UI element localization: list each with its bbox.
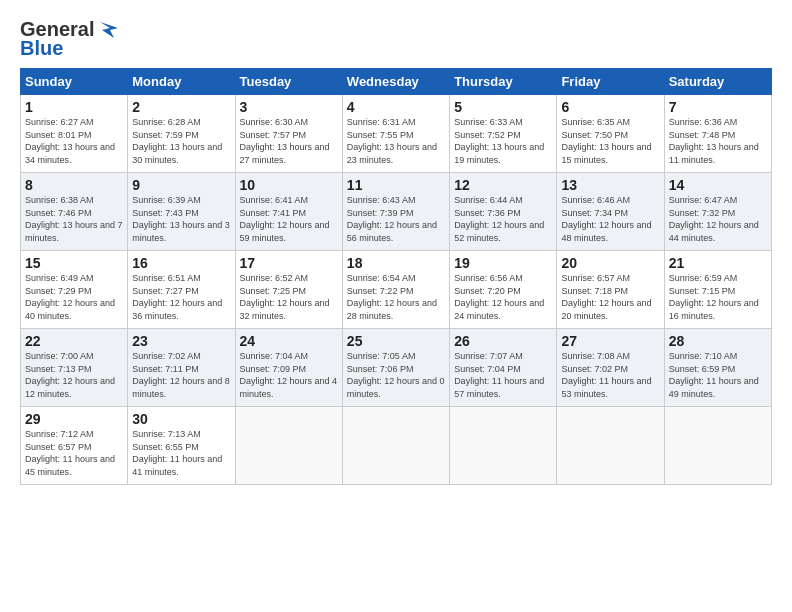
weekday-header-saturday: Saturday bbox=[664, 69, 771, 95]
calendar-cell: 15 Sunrise: 6:49 AMSunset: 7:29 PMDaylig… bbox=[21, 251, 128, 329]
day-number: 29 bbox=[25, 411, 123, 427]
day-info: Sunrise: 6:46 AMSunset: 7:34 PMDaylight:… bbox=[561, 194, 659, 244]
day-info: Sunrise: 6:43 AMSunset: 7:39 PMDaylight:… bbox=[347, 194, 445, 244]
day-info: Sunrise: 6:57 AMSunset: 7:18 PMDaylight:… bbox=[561, 272, 659, 322]
calendar-cell: 28 Sunrise: 7:10 AMSunset: 6:59 PMDaylig… bbox=[664, 329, 771, 407]
day-info: Sunrise: 7:10 AMSunset: 6:59 PMDaylight:… bbox=[669, 350, 767, 400]
calendar-cell bbox=[235, 407, 342, 485]
calendar-cell: 2 Sunrise: 6:28 AMSunset: 7:59 PMDayligh… bbox=[128, 95, 235, 173]
calendar-cell: 20 Sunrise: 6:57 AMSunset: 7:18 PMDaylig… bbox=[557, 251, 664, 329]
day-info: Sunrise: 6:27 AMSunset: 8:01 PMDaylight:… bbox=[25, 116, 123, 166]
day-info: Sunrise: 6:51 AMSunset: 7:27 PMDaylight:… bbox=[132, 272, 230, 322]
day-number: 17 bbox=[240, 255, 338, 271]
day-number: 8 bbox=[25, 177, 123, 193]
day-number: 20 bbox=[561, 255, 659, 271]
calendar-cell: 17 Sunrise: 6:52 AMSunset: 7:25 PMDaylig… bbox=[235, 251, 342, 329]
weekday-header-tuesday: Tuesday bbox=[235, 69, 342, 95]
weekday-header-thursday: Thursday bbox=[450, 69, 557, 95]
day-info: Sunrise: 6:56 AMSunset: 7:20 PMDaylight:… bbox=[454, 272, 552, 322]
day-number: 21 bbox=[669, 255, 767, 271]
day-info: Sunrise: 6:49 AMSunset: 7:29 PMDaylight:… bbox=[25, 272, 123, 322]
calendar-cell: 19 Sunrise: 6:56 AMSunset: 7:20 PMDaylig… bbox=[450, 251, 557, 329]
day-number: 24 bbox=[240, 333, 338, 349]
calendar-cell: 16 Sunrise: 6:51 AMSunset: 7:27 PMDaylig… bbox=[128, 251, 235, 329]
day-info: Sunrise: 7:12 AMSunset: 6:57 PMDaylight:… bbox=[25, 428, 123, 478]
calendar-cell: 29 Sunrise: 7:12 AMSunset: 6:57 PMDaylig… bbox=[21, 407, 128, 485]
day-info: Sunrise: 7:05 AMSunset: 7:06 PMDaylight:… bbox=[347, 350, 445, 400]
day-number: 16 bbox=[132, 255, 230, 271]
day-number: 12 bbox=[454, 177, 552, 193]
calendar-cell: 24 Sunrise: 7:04 AMSunset: 7:09 PMDaylig… bbox=[235, 329, 342, 407]
calendar-cell bbox=[664, 407, 771, 485]
calendar-cell: 21 Sunrise: 6:59 AMSunset: 7:15 PMDaylig… bbox=[664, 251, 771, 329]
weekday-header-monday: Monday bbox=[128, 69, 235, 95]
logo: General Blue bbox=[20, 18, 118, 58]
svg-marker-0 bbox=[100, 22, 118, 38]
calendar-cell: 8 Sunrise: 6:38 AMSunset: 7:46 PMDayligh… bbox=[21, 173, 128, 251]
day-number: 28 bbox=[669, 333, 767, 349]
day-number: 22 bbox=[25, 333, 123, 349]
day-info: Sunrise: 7:02 AMSunset: 7:11 PMDaylight:… bbox=[132, 350, 230, 400]
day-info: Sunrise: 7:04 AMSunset: 7:09 PMDaylight:… bbox=[240, 350, 338, 400]
day-number: 25 bbox=[347, 333, 445, 349]
calendar-cell: 18 Sunrise: 6:54 AMSunset: 7:22 PMDaylig… bbox=[342, 251, 449, 329]
weekday-header-friday: Friday bbox=[557, 69, 664, 95]
calendar-cell: 7 Sunrise: 6:36 AMSunset: 7:48 PMDayligh… bbox=[664, 95, 771, 173]
day-info: Sunrise: 6:47 AMSunset: 7:32 PMDaylight:… bbox=[669, 194, 767, 244]
calendar-cell: 9 Sunrise: 6:39 AMSunset: 7:43 PMDayligh… bbox=[128, 173, 235, 251]
calendar-cell: 11 Sunrise: 6:43 AMSunset: 7:39 PMDaylig… bbox=[342, 173, 449, 251]
calendar-cell: 26 Sunrise: 7:07 AMSunset: 7:04 PMDaylig… bbox=[450, 329, 557, 407]
day-number: 27 bbox=[561, 333, 659, 349]
day-info: Sunrise: 7:07 AMSunset: 7:04 PMDaylight:… bbox=[454, 350, 552, 400]
calendar-cell bbox=[342, 407, 449, 485]
calendar-cell: 5 Sunrise: 6:33 AMSunset: 7:52 PMDayligh… bbox=[450, 95, 557, 173]
day-info: Sunrise: 6:36 AMSunset: 7:48 PMDaylight:… bbox=[669, 116, 767, 166]
day-number: 1 bbox=[25, 99, 123, 115]
day-number: 4 bbox=[347, 99, 445, 115]
day-number: 13 bbox=[561, 177, 659, 193]
calendar-cell: 30 Sunrise: 7:13 AMSunset: 6:55 PMDaylig… bbox=[128, 407, 235, 485]
calendar-cell: 25 Sunrise: 7:05 AMSunset: 7:06 PMDaylig… bbox=[342, 329, 449, 407]
day-number: 5 bbox=[454, 99, 552, 115]
calendar-cell: 1 Sunrise: 6:27 AMSunset: 8:01 PMDayligh… bbox=[21, 95, 128, 173]
weekday-header-sunday: Sunday bbox=[21, 69, 128, 95]
calendar-cell bbox=[557, 407, 664, 485]
calendar-cell: 23 Sunrise: 7:02 AMSunset: 7:11 PMDaylig… bbox=[128, 329, 235, 407]
calendar-cell: 13 Sunrise: 6:46 AMSunset: 7:34 PMDaylig… bbox=[557, 173, 664, 251]
day-info: Sunrise: 6:35 AMSunset: 7:50 PMDaylight:… bbox=[561, 116, 659, 166]
day-info: Sunrise: 6:33 AMSunset: 7:52 PMDaylight:… bbox=[454, 116, 552, 166]
day-number: 3 bbox=[240, 99, 338, 115]
day-info: Sunrise: 6:31 AMSunset: 7:55 PMDaylight:… bbox=[347, 116, 445, 166]
day-number: 19 bbox=[454, 255, 552, 271]
calendar-cell bbox=[450, 407, 557, 485]
day-info: Sunrise: 7:00 AMSunset: 7:13 PMDaylight:… bbox=[25, 350, 123, 400]
calendar-cell: 3 Sunrise: 6:30 AMSunset: 7:57 PMDayligh… bbox=[235, 95, 342, 173]
day-info: Sunrise: 6:39 AMSunset: 7:43 PMDaylight:… bbox=[132, 194, 230, 244]
day-number: 26 bbox=[454, 333, 552, 349]
day-number: 7 bbox=[669, 99, 767, 115]
day-info: Sunrise: 6:28 AMSunset: 7:59 PMDaylight:… bbox=[132, 116, 230, 166]
weekday-header-wednesday: Wednesday bbox=[342, 69, 449, 95]
day-info: Sunrise: 6:30 AMSunset: 7:57 PMDaylight:… bbox=[240, 116, 338, 166]
day-info: Sunrise: 6:52 AMSunset: 7:25 PMDaylight:… bbox=[240, 272, 338, 322]
day-info: Sunrise: 6:59 AMSunset: 7:15 PMDaylight:… bbox=[669, 272, 767, 322]
day-number: 11 bbox=[347, 177, 445, 193]
calendar-cell: 27 Sunrise: 7:08 AMSunset: 7:02 PMDaylig… bbox=[557, 329, 664, 407]
calendar-cell: 6 Sunrise: 6:35 AMSunset: 7:50 PMDayligh… bbox=[557, 95, 664, 173]
calendar-cell: 22 Sunrise: 7:00 AMSunset: 7:13 PMDaylig… bbox=[21, 329, 128, 407]
day-info: Sunrise: 6:44 AMSunset: 7:36 PMDaylight:… bbox=[454, 194, 552, 244]
calendar-cell: 4 Sunrise: 6:31 AMSunset: 7:55 PMDayligh… bbox=[342, 95, 449, 173]
day-number: 2 bbox=[132, 99, 230, 115]
calendar-cell: 14 Sunrise: 6:47 AMSunset: 7:32 PMDaylig… bbox=[664, 173, 771, 251]
calendar-cell: 10 Sunrise: 6:41 AMSunset: 7:41 PMDaylig… bbox=[235, 173, 342, 251]
day-number: 18 bbox=[347, 255, 445, 271]
calendar-table: SundayMondayTuesdayWednesdayThursdayFrid… bbox=[20, 68, 772, 485]
day-number: 6 bbox=[561, 99, 659, 115]
day-info: Sunrise: 6:54 AMSunset: 7:22 PMDaylight:… bbox=[347, 272, 445, 322]
calendar-cell: 12 Sunrise: 6:44 AMSunset: 7:36 PMDaylig… bbox=[450, 173, 557, 251]
day-number: 23 bbox=[132, 333, 230, 349]
day-number: 10 bbox=[240, 177, 338, 193]
day-number: 15 bbox=[25, 255, 123, 271]
day-info: Sunrise: 6:38 AMSunset: 7:46 PMDaylight:… bbox=[25, 194, 123, 244]
day-info: Sunrise: 6:41 AMSunset: 7:41 PMDaylight:… bbox=[240, 194, 338, 244]
